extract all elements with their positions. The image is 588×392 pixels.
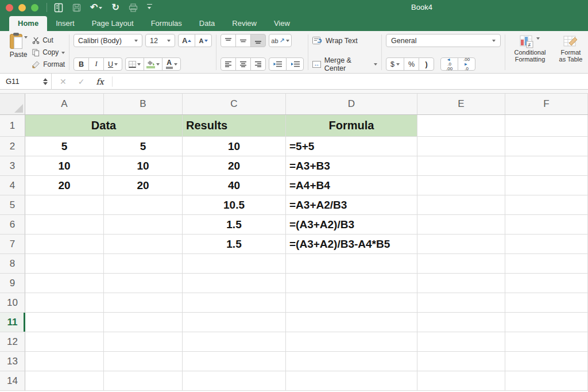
- cell-C10[interactable]: [183, 293, 286, 313]
- name-box[interactable]: G11: [0, 74, 52, 90]
- align-middle-button[interactable]: [235, 34, 251, 47]
- formula-input[interactable]: [113, 74, 588, 89]
- cell-D1[interactable]: Formula: [286, 115, 417, 137]
- fill-color-button[interactable]: [144, 57, 163, 71]
- cell-E6[interactable]: [417, 215, 505, 235]
- number-format-dropdown[interactable]: General: [386, 34, 501, 47]
- cell-B5[interactable]: [104, 195, 183, 215]
- cell-E8[interactable]: [417, 254, 505, 274]
- cell-D10[interactable]: [286, 293, 417, 313]
- cell-F5[interactable]: [505, 195, 588, 215]
- cell-A4[interactable]: 20: [25, 176, 104, 195]
- cell-A7[interactable]: [25, 235, 104, 254]
- cell-B6[interactable]: [104, 215, 183, 235]
- cell-A8[interactable]: [25, 254, 104, 274]
- cell-A9[interactable]: [25, 274, 104, 293]
- cut-button[interactable]: Cut: [32, 35, 65, 45]
- cell-E4[interactable]: [417, 176, 505, 195]
- row-header-2[interactable]: 2: [0, 137, 25, 156]
- cell-B3[interactable]: 10: [104, 156, 183, 176]
- minimize-button[interactable]: [18, 4, 26, 11]
- row-header-3[interactable]: 3: [0, 156, 25, 176]
- row-header-10[interactable]: 10: [0, 293, 25, 313]
- cell-A14[interactable]: [25, 371, 104, 391]
- row-header-9[interactable]: 9: [0, 274, 25, 293]
- row-header-11[interactable]: 11: [0, 313, 25, 332]
- wrap-text-button[interactable]: Wrap Text: [312, 34, 377, 47]
- cell-D6[interactable]: =(A3+A2)/B3: [286, 215, 417, 235]
- cell-D2[interactable]: =5+5: [286, 137, 417, 156]
- select-all-corner[interactable]: [0, 94, 25, 114]
- cell-E12[interactable]: [417, 332, 505, 352]
- undo-button[interactable]: ↶: [90, 3, 102, 12]
- cell-C12[interactable]: [183, 332, 286, 352]
- column-header-D[interactable]: D: [286, 94, 417, 114]
- cell-F13[interactable]: [505, 352, 588, 371]
- increase-font-size-button[interactable]: A: [178, 34, 195, 47]
- cell-C7[interactable]: 1.5: [183, 235, 286, 254]
- cell-F12[interactable]: [505, 332, 588, 352]
- italic-button[interactable]: I: [88, 57, 104, 71]
- align-bottom-button[interactable]: [250, 34, 266, 47]
- cancel-icon[interactable]: ✕: [60, 77, 67, 86]
- new-workbook-icon[interactable]: [54, 3, 63, 13]
- tab-insert[interactable]: Insert: [47, 16, 83, 31]
- cell-D3[interactable]: =A3+B3: [286, 156, 417, 176]
- cell-F4[interactable]: [505, 176, 588, 195]
- cell-B14[interactable]: [104, 371, 183, 391]
- row-header-4[interactable]: 4: [0, 176, 25, 195]
- format-as-table-button[interactable]: Format as Table: [554, 35, 588, 63]
- close-button[interactable]: [6, 4, 13, 11]
- cell-C11[interactable]: [183, 313, 286, 332]
- cell-F3[interactable]: [505, 156, 588, 176]
- row-header-13[interactable]: 13: [0, 352, 25, 371]
- cell-D5[interactable]: =A3+A2/B3: [286, 195, 417, 215]
- cell-D14[interactable]: [286, 371, 417, 391]
- cell-F2[interactable]: [505, 137, 588, 156]
- cell-B9[interactable]: [104, 274, 183, 293]
- cell-D4[interactable]: =A4+B4: [286, 176, 417, 195]
- percent-format-button[interactable]: %: [404, 57, 419, 71]
- cell-E1[interactable]: [417, 115, 505, 137]
- cell-F7[interactable]: [505, 235, 588, 254]
- cell-F6[interactable]: [505, 215, 588, 235]
- enter-icon[interactable]: ✓: [78, 77, 85, 86]
- underline-button[interactable]: U: [103, 57, 122, 71]
- cell-C13[interactable]: [183, 352, 286, 371]
- merge-center-button[interactable]: ↔ Merge & Center: [312, 57, 377, 71]
- copy-button[interactable]: Copy: [32, 47, 65, 57]
- insert-function-icon[interactable]: fx: [96, 77, 103, 86]
- tab-page-layout[interactable]: Page Layout: [83, 16, 142, 31]
- cell-D12[interactable]: [286, 332, 417, 352]
- cell-A2[interactable]: 5: [25, 137, 104, 156]
- cell-E2[interactable]: [417, 137, 505, 156]
- column-header-F[interactable]: F: [505, 94, 588, 114]
- font-color-button[interactable]: A: [162, 57, 181, 71]
- conditional-formatting-button[interactable]: ≠ Conditional Formatting: [509, 35, 551, 63]
- cell-C8[interactable]: [183, 254, 286, 274]
- cell-F14[interactable]: [505, 371, 588, 391]
- align-top-button[interactable]: [220, 34, 236, 47]
- tab-review[interactable]: Review: [223, 16, 265, 31]
- row-header-6[interactable]: 6: [0, 215, 25, 235]
- cell-F1[interactable]: [505, 115, 588, 137]
- cell-A1-merged[interactable]: Data: [25, 115, 183, 137]
- font-size-dropdown[interactable]: 12: [145, 34, 175, 47]
- cell-B12[interactable]: [104, 332, 183, 352]
- row-header-12[interactable]: 12: [0, 332, 25, 352]
- cell-B11[interactable]: [104, 313, 183, 332]
- cell-E5[interactable]: [417, 195, 505, 215]
- bold-button[interactable]: B: [74, 57, 89, 71]
- font-family-dropdown[interactable]: Calibri (Body): [74, 34, 142, 47]
- cell-C6[interactable]: 1.5: [183, 215, 286, 235]
- copy-dropdown-arrow[interactable]: [61, 52, 65, 56]
- tab-view[interactable]: View: [265, 16, 299, 31]
- paste-dropdown-arrow[interactable]: [24, 36, 28, 40]
- cell-E13[interactable]: [417, 352, 505, 371]
- cell-C1[interactable]: Results: [183, 115, 286, 137]
- borders-button[interactable]: [125, 57, 144, 71]
- cell-A5[interactable]: [25, 195, 104, 215]
- cell-D7[interactable]: =(A3+A2)/B3-A4*B5: [286, 235, 417, 254]
- align-left-button[interactable]: [220, 57, 236, 71]
- zoom-button[interactable]: [31, 4, 38, 11]
